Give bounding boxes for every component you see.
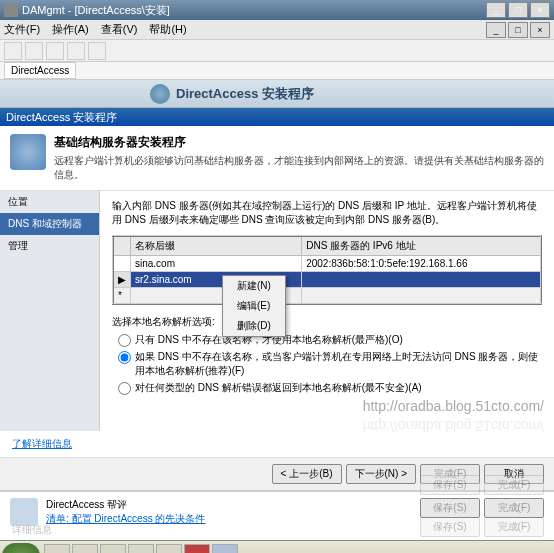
save-button: 保存(S)	[420, 498, 480, 518]
menu-action[interactable]: 操作(A)	[52, 22, 89, 37]
tool-icon-2[interactable]	[67, 42, 85, 60]
table-row-selected[interactable]: ▶ sr2.sina.com	[113, 272, 541, 288]
link-row: 了解详细信息	[0, 431, 554, 457]
tool-icon-1[interactable]	[46, 42, 64, 60]
radio-opt1-row[interactable]: 只有 DNS 中不存在该名称，才使用本地名称解析(最严格)(O)	[112, 333, 542, 347]
task-item[interactable]	[184, 544, 210, 554]
toolbar	[0, 40, 554, 62]
wizard-sidebar: 位置 DNS 和域控制器 管理	[0, 191, 100, 431]
radio-opt2-row[interactable]: 如果 DNS 中不存在该名称，或当客户端计算机在专用网络上时无法访问 DNS 服…	[112, 350, 542, 378]
options-block: 选择本地名称解析选项: 只有 DNS 中不存在该名称，才使用本地名称解析(最严格…	[112, 315, 542, 395]
cell-suffix[interactable]: sina.com	[131, 256, 302, 272]
sidebar-item-dns[interactable]: DNS 和域控制器	[0, 213, 99, 235]
maximize-button[interactable]: □	[508, 2, 528, 18]
minimize-button[interactable]: _	[486, 2, 506, 18]
tab-strip: DirectAccess	[0, 62, 554, 80]
context-menu: 新建(N) 编辑(E) 删除(D)	[222, 275, 286, 337]
menubar: 文件(F) 操作(A) 查看(V) 帮助(H) _ □ ×	[0, 20, 554, 40]
tab-directaccess[interactable]: DirectAccess	[4, 62, 76, 79]
task-item[interactable]	[100, 544, 126, 554]
wizard-step-desc: 远程客户端计算机必须能够访问基础结构服务器，才能连接到内部网络上的资源。请提供有…	[54, 154, 544, 182]
page-header: DirectAccess 安装程序	[0, 80, 554, 108]
table-row[interactable]: sina.com 2002:836b:58:1:0:5efe:192.168.1…	[113, 256, 541, 272]
prev-button[interactable]: < 上一步(B)	[272, 464, 342, 484]
inner-maximize-button[interactable]: □	[508, 22, 528, 38]
task-item-active[interactable]	[212, 544, 238, 554]
task-item[interactable]	[44, 544, 70, 554]
radio-opt1[interactable]	[118, 334, 131, 347]
taskbar	[0, 540, 554, 553]
window-title: DAMgmt - [DirectAccess\安装]	[22, 3, 486, 18]
start-button[interactable]	[2, 543, 40, 554]
dns-table[interactable]: 名称后缀 DNS 服务器的 IPv6 地址 sina.com 2002:836b…	[112, 235, 542, 305]
ctx-edit[interactable]: 编辑(E)	[223, 296, 285, 316]
task-item[interactable]	[128, 544, 154, 554]
ctx-new[interactable]: 新建(N)	[223, 276, 285, 296]
main-description: 输入内部 DNS 服务器(例如其在域控制器上运行)的 DNS 后缀和 IP 地址…	[112, 199, 542, 227]
task-item[interactable]	[72, 544, 98, 554]
prerequisites-link[interactable]: 清单: 配置 DirectAccess 的先决条件	[46, 513, 205, 524]
menu-help[interactable]: 帮助(H)	[149, 22, 186, 37]
ghost-label: 详细信息	[12, 523, 52, 537]
sidebar-item-location[interactable]: 位置	[0, 191, 99, 213]
wizard-titlebar: DirectAccess 安装程序	[0, 108, 554, 126]
menu-view[interactable]: 查看(V)	[101, 22, 138, 37]
sidebar-item-manage[interactable]: 管理	[0, 235, 99, 257]
page-title: DirectAccess 安装程序	[176, 85, 314, 103]
radio-opt3[interactable]	[118, 382, 131, 395]
wizard-step-title: 基础结构服务器安装程序	[54, 134, 544, 151]
forward-icon[interactable]	[25, 42, 43, 60]
cell-addr[interactable]: 2002:836b:58:1:0:5efe:192.168.1.66	[302, 256, 541, 272]
ctx-delete[interactable]: 删除(D)	[223, 316, 285, 336]
more-info-link[interactable]: 了解详细信息	[12, 438, 72, 449]
radio-opt3-label: 对任何类型的 DNS 解析错误都返回到本地名称解析(最不安全)(A)	[135, 381, 422, 395]
task-item[interactable]	[156, 544, 182, 554]
finish2-button: 完成(F)	[484, 498, 544, 518]
window-titlebar: DAMgmt - [DirectAccess\安装] _ □ ×	[0, 0, 554, 20]
lower-title: DirectAccess 帮评	[46, 498, 420, 512]
radio-opt2-label: 如果 DNS 中不存在该名称，或当客户端计算机在专用网络上时无法访问 DNS 服…	[135, 350, 542, 378]
help-icon[interactable]	[88, 42, 106, 60]
help-panel-icon	[10, 498, 38, 526]
menu-file[interactable]: 文件(F)	[4, 22, 40, 37]
cell-addr[interactable]	[302, 272, 541, 288]
wizard-header: 基础结构服务器安装程序 远程客户端计算机必须能够访问基础结构服务器，才能连接到内…	[0, 126, 554, 191]
directaccess-icon	[150, 84, 170, 104]
inner-close-button[interactable]: ×	[530, 22, 550, 38]
wizard-icon	[10, 134, 46, 170]
close-button[interactable]: ×	[530, 2, 550, 18]
ghost-buttons: 保存(S) 完成(F)	[420, 475, 544, 495]
back-icon[interactable]	[4, 42, 22, 60]
cell-suffix: *	[113, 288, 131, 305]
wizard-body: 位置 DNS 和域控制器 管理 输入内部 DNS 服务器(例如其在域控制器上运行…	[0, 191, 554, 431]
ghost-buttons-2: 保存(S) 完成(F)	[420, 517, 544, 537]
main-panel: 输入内部 DNS 服务器(例如其在域控制器上运行)的 DNS 后缀和 IP 地址…	[100, 191, 554, 431]
inner-minimize-button[interactable]: _	[486, 22, 506, 38]
options-label: 选择本地名称解析选项:	[112, 315, 542, 329]
row-header-col	[113, 236, 131, 256]
next-button[interactable]: 下一步(N) >	[346, 464, 417, 484]
radio-opt2[interactable]	[118, 351, 131, 364]
radio-opt3-row[interactable]: 对任何类型的 DNS 解析错误都返回到本地名称解析(最不安全)(A)	[112, 381, 542, 395]
app-icon	[4, 3, 18, 17]
col-address[interactable]: DNS 服务器的 IPv6 地址	[302, 236, 541, 256]
col-suffix[interactable]: 名称后缀	[131, 236, 302, 256]
table-row-new[interactable]: *	[113, 288, 541, 305]
